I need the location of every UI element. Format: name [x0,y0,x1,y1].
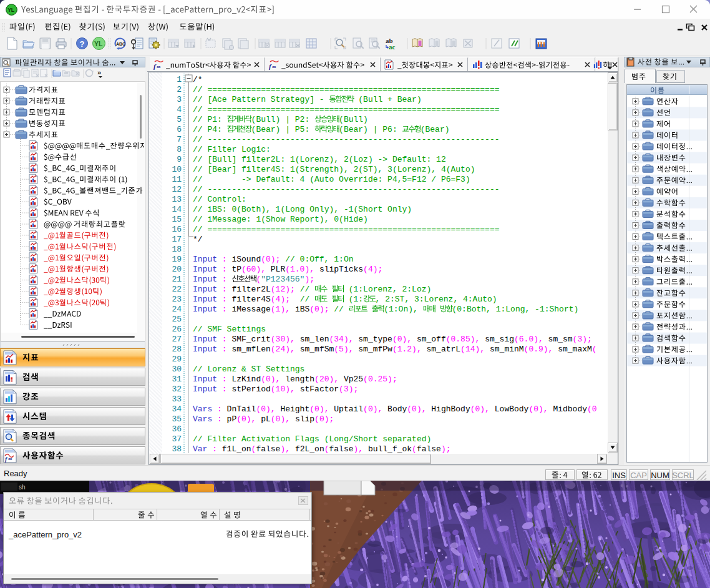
svg-text:sh: sh [19,484,26,491]
